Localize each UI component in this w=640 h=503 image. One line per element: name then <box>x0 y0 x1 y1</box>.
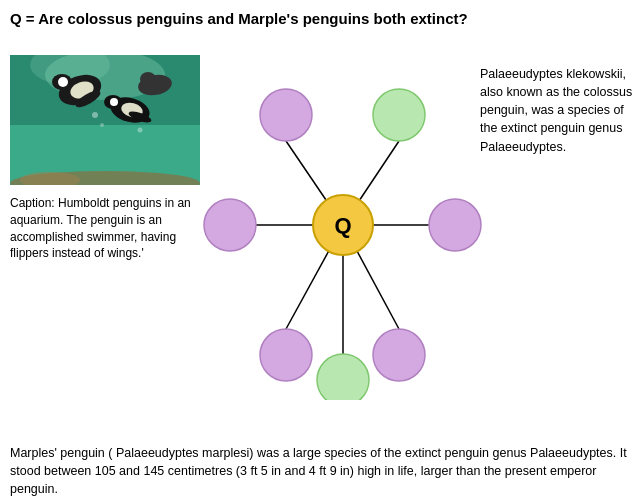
penguin-image-container <box>10 55 200 185</box>
penguin-image <box>10 55 200 185</box>
svg-text:Q: Q <box>334 213 351 238</box>
svg-point-29 <box>373 89 425 141</box>
svg-point-31 <box>429 199 481 251</box>
svg-point-30 <box>204 199 256 251</box>
svg-point-33 <box>373 329 425 381</box>
svg-point-28 <box>260 89 312 141</box>
svg-point-32 <box>260 329 312 381</box>
marples-penguin-text: Marples' penguin ( Palaeeudyptes marples… <box>10 444 630 498</box>
colossus-penguin-text: Palaeeudyptes klekowskii, also known as … <box>480 65 635 156</box>
svg-point-12 <box>110 98 118 106</box>
question-text: Q = Are colossus penguins and Marple's p… <box>10 10 468 27</box>
svg-point-15 <box>140 72 156 86</box>
svg-point-34 <box>317 354 369 400</box>
svg-point-18 <box>138 128 143 133</box>
svg-point-16 <box>92 112 98 118</box>
image-caption: Caption: Humboldt penguins in an aquariu… <box>10 195 210 262</box>
mindmap: Q <box>195 50 490 400</box>
svg-point-17 <box>100 123 104 127</box>
svg-point-7 <box>58 77 68 87</box>
